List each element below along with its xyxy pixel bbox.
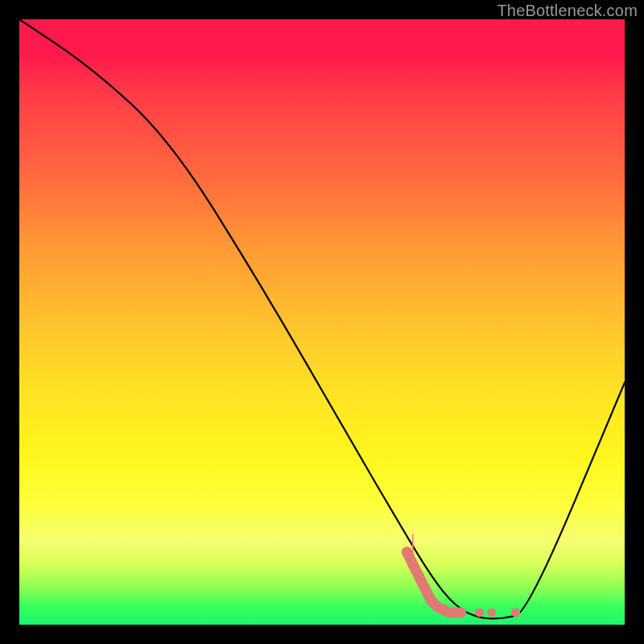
marker-dot <box>511 608 520 617</box>
marker-dot <box>475 608 484 617</box>
marker-dot <box>414 571 424 581</box>
optimal-zone-markers <box>402 534 520 617</box>
marker-dot <box>456 608 465 617</box>
marker-dot <box>407 559 418 569</box>
marker-dot <box>419 583 430 593</box>
marker-dot <box>487 608 496 617</box>
chart-svg <box>19 19 625 625</box>
bottleneck-curve <box>19 19 625 618</box>
chart-plot-area <box>19 19 625 625</box>
watermark-text: TheBottleneck.com <box>497 2 638 20</box>
marker-dot <box>444 608 453 617</box>
marker-dot <box>402 547 412 557</box>
